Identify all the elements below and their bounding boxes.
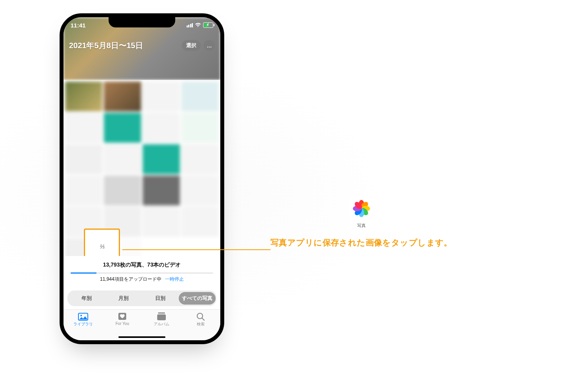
status-right: ⚡︎ (187, 22, 214, 28)
battery-icon: ⚡︎ (203, 22, 213, 28)
svg-line-6 (202, 318, 204, 320)
photo-grid[interactable]: ⅕ (64, 80, 220, 256)
select-button[interactable]: 選択 (182, 40, 201, 51)
tab-library[interactable]: ライブラリ (64, 312, 103, 327)
screen: 11:41 ⚡︎ 2021年5月8日〜15日 選択 … (64, 17, 220, 340)
for-you-icon (117, 312, 127, 321)
more-button[interactable]: … (204, 40, 215, 51)
highlighted-photo[interactable]: ⅕ (84, 229, 120, 256)
tab-bar: ライブラリ For You アルバム (64, 309, 220, 340)
photos-app-label: 写真 (270, 223, 452, 229)
cellular-icon (187, 23, 193, 27)
thumb-label: ⅕ (99, 243, 105, 250)
search-icon (196, 312, 206, 321)
tab-albums-label: アルバム (154, 321, 169, 327)
status-time: 11:41 (71, 22, 85, 29)
upload-status-row: 11,944項目をアップロード中 一時停止 (64, 276, 220, 283)
upload-progress (71, 272, 213, 274)
wifi-icon (195, 23, 201, 27)
tab-search[interactable]: 検索 (181, 312, 220, 327)
svg-rect-4 (157, 314, 166, 320)
library-summary: 13,793枚の写真、73本のビデオ (64, 256, 220, 269)
tab-library-label: ライブラリ (73, 321, 93, 327)
title-bar: 2021年5月8日〜15日 選択 … (64, 40, 220, 51)
home-indicator[interactable] (118, 336, 165, 338)
canvas: 11:41 ⚡︎ 2021年5月8日〜15日 選択 … (0, 0, 588, 392)
callout-line (122, 249, 270, 250)
tab-search-label: 検索 (197, 321, 205, 327)
albums-icon (156, 312, 167, 321)
tab-albums[interactable]: アルバム (142, 312, 181, 327)
upload-status: 11,944項目をアップロード中 (100, 276, 162, 282)
seg-month[interactable]: 月別 (105, 292, 142, 305)
tab-for-you-label: For You (116, 321, 129, 326)
pause-upload-link[interactable]: 一時停止 (165, 276, 184, 282)
status-bar: 11:41 ⚡︎ (64, 17, 220, 33)
seg-year[interactable]: 年別 (68, 292, 105, 305)
svg-rect-3 (158, 312, 165, 314)
seg-day[interactable]: 日別 (142, 292, 179, 305)
svg-point-1 (80, 315, 82, 316)
photos-app-icon (349, 196, 374, 221)
callout: 写真 写真アプリに保存された画像をタップします。 (270, 196, 452, 248)
page-title: 2021年5月8日〜15日 (69, 40, 143, 51)
library-icon (78, 312, 88, 321)
callout-text: 写真アプリに保存された画像をタップします。 (270, 237, 452, 248)
seg-all[interactable]: すべての写真 (179, 292, 216, 305)
view-segmented-control: 年別 月別 日別 すべての写真 (67, 290, 216, 306)
phone-frame: 11:41 ⚡︎ 2021年5月8日〜15日 選択 … (60, 13, 224, 344)
tab-for-you[interactable]: For You (103, 312, 142, 326)
